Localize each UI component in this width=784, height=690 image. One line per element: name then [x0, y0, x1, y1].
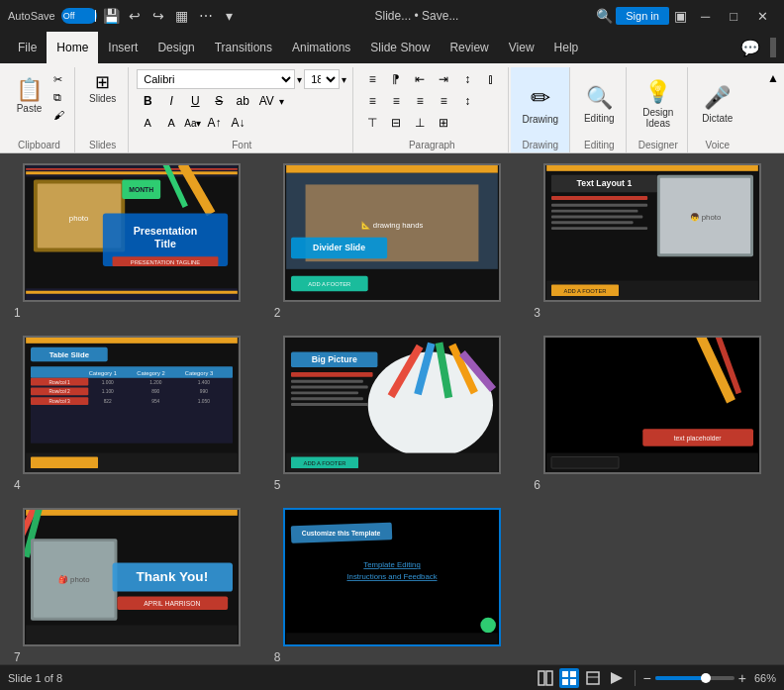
- slide-thumbnail-4[interactable]: Table Slide Category 1 Category 2 Catego…: [23, 336, 241, 474]
- tab-animations[interactable]: Animations: [282, 32, 360, 63]
- increase-font-button[interactable]: A↑: [203, 113, 225, 133]
- slide-thumbnail-3[interactable]: Text Layout 1 👦 photo: [543, 163, 761, 302]
- tab-file[interactable]: File: [8, 32, 47, 63]
- svg-text:1.100: 1.100: [102, 389, 114, 394]
- undo-icon[interactable]: ↩: [127, 8, 143, 24]
- redo-icon[interactable]: ↪: [150, 8, 166, 24]
- zoom-slider[interactable]: [655, 676, 735, 680]
- slideshow-icon[interactable]: [607, 668, 627, 688]
- list-item[interactable]: Customize this Template Template Editing…: [270, 508, 515, 664]
- slide-thumbnail-2[interactable]: 📐 drawing hands Divider Slide ADD A FOOT…: [283, 163, 501, 302]
- tab-review[interactable]: Review: [440, 32, 498, 63]
- minimize-button[interactable]: ─: [693, 0, 718, 32]
- justify-button[interactable]: ≡: [433, 91, 454, 111]
- svg-text:954: 954: [152, 399, 160, 404]
- shadow-button[interactable]: ab: [232, 91, 253, 111]
- cut-button[interactable]: ✂: [49, 71, 68, 88]
- svg-rect-120: [587, 672, 599, 684]
- designer-group: 💡 DesignIdeas Designer: [629, 67, 688, 152]
- svg-text:👦 photo: 👦 photo: [689, 212, 721, 222]
- list-item[interactable]: Text Layout 1 👦 photo: [530, 163, 774, 320]
- overflow-icon[interactable]: ▾: [222, 8, 238, 24]
- zoom-in-button[interactable]: +: [738, 670, 746, 686]
- editing-icon[interactable]: 🔍: [586, 85, 613, 111]
- font-case-dropdown[interactable]: Aa▾: [184, 118, 201, 129]
- zoom-out-button[interactable]: −: [643, 670, 651, 686]
- voice-group-label: Voice: [706, 140, 730, 150]
- reading-view-icon[interactable]: [583, 668, 603, 688]
- tab-help[interactable]: Help: [544, 32, 589, 63]
- italic-button[interactable]: I: [160, 91, 182, 111]
- font-more-icon[interactable]: ▾: [279, 96, 284, 107]
- autosave-toggle[interactable]: Off: [61, 8, 97, 24]
- align-middle-button[interactable]: ⊟: [385, 113, 407, 133]
- font-size-select[interactable]: 18: [304, 69, 340, 89]
- tab-transitions[interactable]: Transitions: [205, 32, 282, 63]
- tab-home[interactable]: Home: [47, 32, 98, 63]
- close-button[interactable]: ✕: [749, 0, 776, 32]
- presentation-icon[interactable]: ▦: [174, 8, 190, 24]
- align-left-button[interactable]: ≡: [361, 91, 383, 111]
- tab-design[interactable]: Design: [147, 32, 204, 63]
- svg-rect-114: [539, 671, 544, 685]
- new-slide-button[interactable]: ⊞ Slides: [83, 69, 122, 108]
- align-top-button[interactable]: ⊤: [361, 113, 383, 133]
- decrease-font-button[interactable]: A↓: [227, 113, 248, 133]
- svg-rect-80: [291, 380, 363, 383]
- decrease-indent-button[interactable]: ⇤: [409, 69, 431, 89]
- numbered-list-button[interactable]: ⁋: [385, 69, 407, 89]
- slide-thumbnail-1[interactable]: photo Presentation Title PRESENTATION TA…: [23, 163, 241, 302]
- slide-number-6: 6: [530, 478, 540, 492]
- tab-slideshow[interactable]: Slide Show: [360, 32, 440, 63]
- copy-button[interactable]: ⧉: [49, 89, 68, 106]
- slide-thumbnail-7[interactable]: 🎒 photo Thank You! APRIL HARRISON: [23, 508, 241, 646]
- font-color-button[interactable]: A: [137, 113, 158, 133]
- svg-rect-115: [546, 671, 552, 685]
- font-size-dropdown-icon[interactable]: ▾: [342, 74, 346, 85]
- increase-indent-button[interactable]: ⇥: [433, 69, 454, 89]
- slide-sorter-icon[interactable]: [559, 668, 579, 688]
- ribbon-resize-handle[interactable]: [770, 38, 776, 57]
- drawing-icon[interactable]: ✏: [531, 84, 550, 112]
- paste-button[interactable]: 📋 Paste: [10, 69, 49, 123]
- align-bottom-button[interactable]: ⊥: [409, 113, 431, 133]
- list-item[interactable]: Big Picture ADD A FOOTER: [270, 336, 515, 492]
- underline-button[interactable]: U: [184, 91, 206, 111]
- columns-button[interactable]: ⫿: [480, 69, 502, 89]
- search-icon[interactable]: 🔍: [596, 8, 612, 24]
- format-painter-button[interactable]: 🖌: [49, 107, 68, 123]
- bold-button[interactable]: B: [137, 91, 158, 111]
- dictate-icon[interactable]: 🎤: [704, 85, 731, 111]
- text-highlight-button[interactable]: A: [160, 113, 182, 133]
- save-icon[interactable]: 💾: [103, 8, 119, 24]
- bullets-button[interactable]: ≡: [361, 69, 383, 89]
- text-direction-button[interactable]: ↕: [456, 69, 478, 89]
- line-spacing-button[interactable]: ↕: [456, 91, 478, 111]
- tab-comments[interactable]: 💬: [731, 32, 770, 63]
- sign-in-button[interactable]: Sign in: [616, 7, 669, 25]
- ribbon-collapse-arrow[interactable]: ▲: [766, 71, 780, 85]
- slide-thumbnail-5[interactable]: Big Picture ADD A FOOTER: [283, 336, 501, 474]
- strikethrough-button[interactable]: S: [208, 91, 230, 111]
- slide-number-4: 4: [10, 478, 21, 492]
- smart-art-button[interactable]: ⊞: [433, 113, 454, 133]
- tab-view[interactable]: View: [499, 32, 544, 63]
- slide-thumbnail-8[interactable]: Customize this Template Template Editing…: [283, 508, 501, 646]
- slide-grid-area: photo Presentation Title PRESENTATION TA…: [0, 153, 784, 664]
- more-icon[interactable]: ⋯: [198, 8, 214, 24]
- normal-view-icon[interactable]: [536, 668, 555, 688]
- list-item[interactable]: photo Presentation Title PRESENTATION TA…: [10, 163, 254, 320]
- font-family-select[interactable]: Calibri: [137, 69, 295, 89]
- list-item[interactable]: 📐 drawing hands Divider Slide ADD A FOOT…: [270, 163, 515, 320]
- tab-insert[interactable]: Insert: [98, 32, 147, 63]
- char-spacing-button[interactable]: AV: [255, 91, 277, 111]
- font-dropdown-icon[interactable]: ▾: [297, 74, 302, 85]
- align-center-button[interactable]: ≡: [385, 91, 407, 111]
- list-item[interactable]: 🎒 photo Thank You! APRIL HARRISON 7: [10, 508, 254, 664]
- maximize-button[interactable]: □: [722, 0, 745, 32]
- list-item[interactable]: text placeholder 6: [530, 336, 774, 492]
- list-item[interactable]: Table Slide Category 1 Category 2 Catego…: [10, 336, 254, 492]
- slide-thumbnail-6[interactable]: text placeholder: [543, 336, 761, 474]
- align-right-button[interactable]: ≡: [409, 91, 431, 111]
- ribbon-collapse-icon[interactable]: ▣: [673, 8, 689, 24]
